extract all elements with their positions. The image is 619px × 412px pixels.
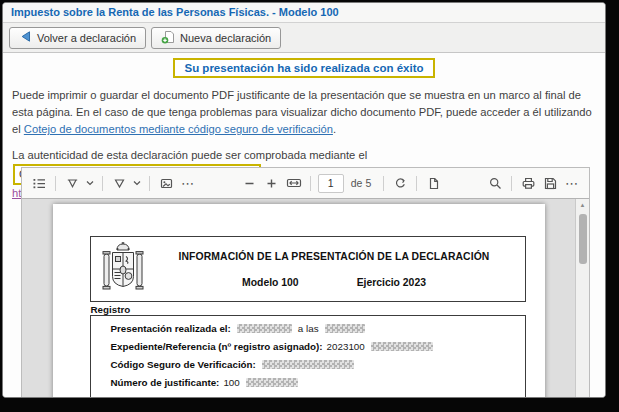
new-declaration-button[interactable]: Nueva declaración (151, 27, 281, 49)
back-button-label: Volver a declaración (37, 32, 136, 44)
draw-tool-icon[interactable] (108, 172, 130, 194)
scrollbar-thumb[interactable] (579, 214, 587, 264)
pdf-registro-box: Presentación realizada el: a las Expedie… (90, 315, 526, 397)
pdf-model-exercise: Modelo 100 Ejercicio 2023 (144, 277, 525, 288)
redacted-time-value (325, 324, 365, 333)
zoom-out-icon[interactable] (239, 172, 261, 194)
success-message-box: Su presentación ha sido realizada con éx… (173, 58, 434, 78)
new-document-icon (161, 30, 175, 46)
document-properties-icon[interactable] (422, 172, 444, 194)
pdf-viewer: ⋯ (21, 167, 590, 397)
toolbar-divider (310, 176, 311, 191)
registro-row-csv: Código Seguro de Verificación: (111, 359, 525, 369)
image-tool-icon[interactable] (155, 172, 177, 194)
pdf-toolbar: ⋯ (22, 168, 589, 199)
app-toolbar: Volver a declaración Nueva declaración (3, 23, 605, 53)
registro-row-expediente: Expediente/Referencia (nº registro asign… (111, 341, 525, 351)
scroll-up-arrow[interactable]: ▲ (576, 199, 589, 211)
registro-row-fecha: Presentación realizada el: a las (111, 323, 525, 333)
pdf-model-label: Modelo 100 (242, 277, 299, 288)
screenshot-root: { "window": { "title": "Impuesto sobre l… (0, 0, 619, 412)
back-to-declaration-button[interactable]: Volver a declaración (9, 27, 146, 49)
save-icon[interactable] (539, 172, 561, 194)
pdf-scroll-area[interactable]: INFORMACIÓN DE LA PRESENTACIÓN DE LA DEC… (22, 199, 575, 397)
toolbar-divider (149, 176, 150, 191)
main-content: Su presentación ha sido realizada con éx… (3, 53, 605, 397)
pdf-info-header-box: INFORMACIÓN DE LA PRESENTACIÓN DE LA DEC… (90, 236, 526, 302)
toolbar-divider (55, 176, 56, 191)
paragraph1-period: . (333, 123, 336, 135)
rotate-icon[interactable] (389, 172, 411, 194)
page-title: Impuesto sobre la Renta de las Personas … (3, 3, 605, 23)
pdf-declaration-title: INFORMACIÓN DE LA PRESENTACIÓN DE LA DEC… (144, 251, 525, 262)
toolbar-divider (102, 176, 103, 191)
redacted-expediente-value (371, 342, 433, 351)
fit-width-icon[interactable] (283, 172, 305, 194)
more-options-icon[interactable]: ⋯ (561, 172, 583, 194)
zoom-in-icon[interactable] (261, 172, 283, 194)
page-number-input[interactable] (318, 174, 344, 193)
paragraph-print-info: Puede imprimir o guardar el documento PD… (12, 87, 596, 138)
paragraph2-text: La autenticidad de esta declaración pued… (12, 149, 367, 161)
more-tools-icon[interactable]: ⋯ (177, 172, 199, 194)
toolbar-divider (511, 176, 512, 191)
spain-coat-of-arms (102, 242, 144, 296)
cotejo-link[interactable]: Cotejo de documentos mediante código seg… (24, 123, 333, 135)
success-message-text: Su presentación ha sido realizada con éx… (184, 62, 423, 74)
pdf-scrollbar[interactable]: ▲ (575, 199, 589, 397)
pdf-page: INFORMACIÓN DE LA PRESENTACIÓN DE LA DEC… (53, 204, 545, 397)
toolbar-divider (383, 176, 384, 191)
chevron-down-icon[interactable] (130, 172, 144, 194)
new-button-label: Nueva declaración (180, 32, 271, 44)
pdf-info-header-text: INFORMACIÓN DE LA PRESENTACIÓN DE LA DEC… (144, 251, 525, 288)
toolbar-divider (416, 176, 417, 191)
pdf-exercise-label: Ejercicio 2023 (357, 277, 426, 288)
search-icon[interactable] (484, 172, 506, 194)
redacted-justificante-value (246, 378, 298, 387)
registro-section-label: Registro (91, 304, 131, 315)
print-icon[interactable] (517, 172, 539, 194)
page-count-label: de 5 (351, 177, 371, 189)
page-title-text: Impuesto sobre la Renta de las Personas … (11, 6, 339, 18)
app-window: Impuesto sobre la Renta de las Personas … (2, 2, 606, 398)
redacted-date-value (237, 324, 292, 333)
sidebar-toggle-icon[interactable] (28, 172, 50, 194)
back-arrow-icon (19, 30, 32, 45)
chevron-down-icon[interactable] (83, 172, 97, 194)
pdf-action-controls: ⋯ (484, 172, 583, 194)
redacted-csv-doc-value (262, 360, 354, 369)
registro-row-via: Vía de entrada: Presentación por Interne… (111, 395, 525, 397)
highlighter-tool-icon[interactable] (61, 172, 83, 194)
pdf-zoom-page-controls: de 5 (239, 172, 444, 194)
registro-row-justificante: Número de justificante: 100 (111, 377, 525, 387)
